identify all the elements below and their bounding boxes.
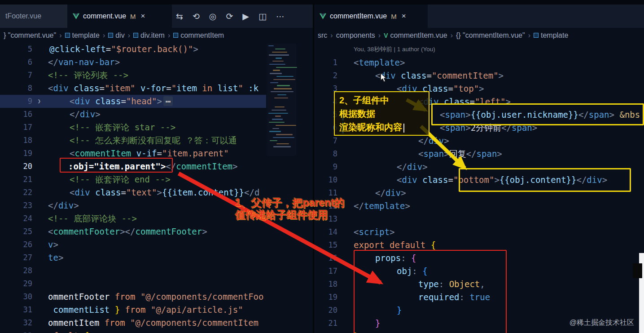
line-number[interactable]: 9❯ [0,95,43,108]
line-number[interactable]: 5 [0,43,43,56]
code-line[interactable]: 2<div class="commentItem"> [314,69,644,82]
minimap[interactable] [267,44,296,156]
breadcrumb-item[interactable]: div [108,31,124,40]
breadcrumb-item[interactable]: template [534,31,568,40]
line-number[interactable]: 8 [0,82,43,95]
editor-group-divider[interactable] [313,4,314,333]
line-number[interactable]: 21 [314,317,354,330]
minimap-line [276,134,293,135]
code-line[interactable]: 29 [0,277,266,290]
line-number[interactable]: 24 [0,212,43,225]
line-number[interactable]: 23 [0,199,43,212]
tab-commentitem-vue[interactable]: commentItem.vue M × [314,4,428,28]
line-number[interactable]: 8 [314,147,354,160]
line-number[interactable]: 7 [0,69,43,82]
breadcrumb-item[interactable]: VcommentItem.vue [384,31,447,40]
fold-chevron-icon[interactable]: ❯ [38,95,41,108]
code-line[interactable]: 12</template> [314,200,644,213]
code-line[interactable]: 32ommentItem from "@/components/commentI… [0,316,266,329]
line-number[interactable]: 25 [0,225,43,238]
line-number[interactable]: 7 [314,134,354,147]
code-line[interactable]: 28 [0,264,266,277]
line-number[interactable]: 10 [314,173,354,186]
line-number[interactable]: 16 [314,252,354,265]
code-line[interactable]: 30ommentFooter from "@/components/commen… [0,290,266,303]
code-line[interactable]: 18<!-- 怎么来判断没有回复呢 ？答：可以通 [0,134,266,147]
code-line[interactable]: 25<commentFooter></commentFooter> [0,225,266,238]
line-number[interactable]: 33 [0,329,43,333]
code-line[interactable]: 7</div> [314,134,644,147]
code-line[interactable]: 16</div> [0,108,266,121]
line-number[interactable]: 16 [0,108,43,121]
step-back-icon[interactable]: ⟲ [193,11,200,21]
code-line[interactable]: 1<template> [314,56,644,69]
line-number[interactable]: 6 [0,56,43,69]
line-number[interactable]: 19 [314,291,354,304]
code-line[interactable]: 23</div> [0,199,266,212]
tab-label: tFooter.vue [5,12,41,20]
code-line[interactable]: 8<span>回复</span> [314,147,644,160]
line-number[interactable]: 26 [0,238,43,251]
breadcrumb-item[interactable]: components [336,31,375,40]
record-icon[interactable]: ◎ [209,11,217,21]
line-number[interactable]: 17 [314,265,354,278]
code-text: <div class="text">{{item.content}}</d [43,186,266,199]
code-line[interactable]: 7<!-- 评论列表 --> [0,69,266,82]
code-line[interactable]: 5@click-left="$router.back()"> [0,43,266,56]
codelens-blame[interactable]: You, 38秒钟前 | 1 author (You) [314,43,644,56]
token: > [193,44,198,54]
code-line[interactable]: 21<!-- 嵌套评论 end --> [0,173,266,186]
line-number[interactable]: 20 [314,304,354,317]
tab-comment-vue[interactable]: comment.vue M × [67,4,172,28]
line-number[interactable]: 19 [0,147,43,160]
more-actions-icon[interactable]: ⋯ [276,11,285,21]
close-tab-icon[interactable]: × [141,12,145,21]
tab-commentfooter-vue[interactable]: tFooter.vue [0,4,67,28]
line-number[interactable]: 32 [0,316,43,329]
line-number[interactable]: 9 [314,160,354,173]
line-number[interactable]: 18 [0,134,43,147]
line-number[interactable]: 28 [0,264,43,277]
step-forward-icon[interactable]: ⟳ [226,11,233,21]
line-number[interactable]: 2 [314,69,354,82]
token: van-nav-bar [58,57,115,67]
breadcrumb-item[interactable]: } "comment.vue" [4,31,56,40]
line-number[interactable]: 21 [0,173,43,186]
line-number[interactable]: 1 [314,56,354,69]
code-line[interactable]: 14<script> [314,226,644,239]
code-line[interactable]: 24<!-- 底部评论块 --> [0,212,266,225]
code-line[interactable]: 13 [314,213,644,226]
line-number[interactable]: 27 [0,251,43,264]
editor-comment-vue[interactable]: 5@click-left="$router.back()">6</van-nav… [0,43,313,333]
page-scrollbar-thumb[interactable] [633,263,642,278]
code-line[interactable]: 9❯<div class="head">⋯ [0,95,266,108]
line-number[interactable]: 29 [0,277,43,290]
split-editor-icon[interactable]: ◫ [258,11,267,21]
breadcrumb-item[interactable]: src [318,31,327,40]
run-icon[interactable]: ▶ [242,11,249,21]
code-line[interactable]: 22<div class="text">{{item.content}}</d [0,186,266,199]
close-tab-icon[interactable]: × [402,12,406,21]
code-line[interactable]: 31 commentList } from "@/api/article.js" [0,303,266,316]
code-line[interactable]: 33efault { [0,329,266,333]
line-number[interactable]: 14 [314,226,354,239]
breadcrumb-item[interactable]: {} "commentItem.vue" [456,31,525,40]
code-line[interactable]: 27te> [0,251,266,264]
line-number[interactable]: 17 [0,121,43,134]
code-line[interactable]: 6</van-nav-bar> [0,56,266,69]
code-line[interactable]: 8<div class="item" v-for="item in list" … [0,82,266,95]
line-number[interactable]: 18 [314,278,354,291]
breadcrumb-item[interactable]: div.item [133,31,165,40]
compare-changes-icon[interactable]: ⇆ [176,11,183,21]
line-number[interactable]: 22 [0,186,43,199]
breadcrumb-item[interactable]: commentItem [173,31,224,40]
line-number[interactable]: 30 [0,290,43,303]
line-number[interactable]: 31 [0,303,43,316]
code-line[interactable]: 26v> [0,238,266,251]
code-line[interactable]: 17<!-- 嵌套评论 star --> [0,121,266,134]
vue-icon: V [384,32,388,39]
line-number[interactable]: 20 [0,160,43,173]
line-number[interactable]: 22 [314,330,354,333]
breadcrumb-item[interactable]: template [65,31,100,40]
line-number[interactable]: 15 [314,239,354,252]
